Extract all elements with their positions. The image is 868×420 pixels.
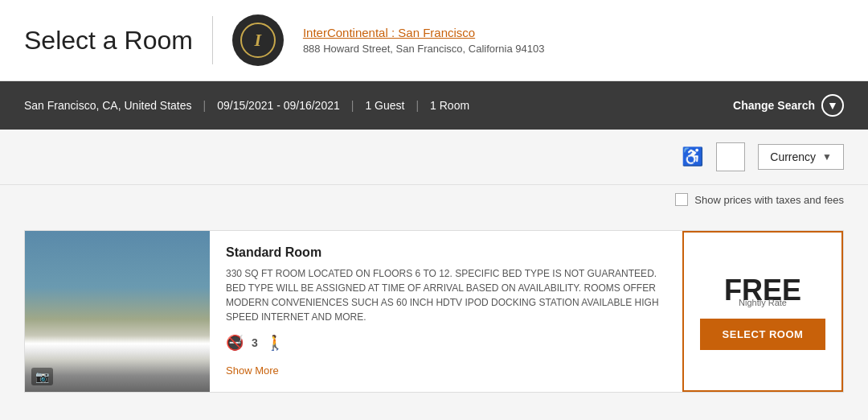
hotel-logo-letter: I <box>255 30 262 51</box>
hotel-address: 888 Howard Street, San Francisco, Califo… <box>303 43 545 55</box>
hotel-name-link[interactable]: InterContinental : San Francisco <box>303 26 545 39</box>
change-search-button[interactable]: Change Search ▼ <box>733 94 844 117</box>
change-search-chevron: ▼ <box>821 94 844 117</box>
room-image-wrap: 📷 <box>25 231 210 392</box>
search-bar: San Francisco, CA, United States | 09/15… <box>0 81 868 130</box>
hotel-info: InterContinental : San Francisco 888 How… <box>303 26 545 55</box>
taxes-label: Show prices with taxes and fees <box>694 194 844 206</box>
currency-button[interactable]: Currency ▼ <box>758 144 844 170</box>
change-search-label: Change Search <box>733 99 815 112</box>
camera-icon: 📷 <box>31 368 53 385</box>
price-block: FREE Nightly Rate <box>724 274 801 307</box>
room-card: 📷 Standard Room 330 SQ FT ROOM LOCATED O… <box>24 230 844 393</box>
room-amenities: 🚭 3 🚶 <box>226 334 666 352</box>
search-sep-3: | <box>416 99 419 112</box>
hotel-logo: I <box>232 14 284 66</box>
search-sep-1: | <box>203 99 207 112</box>
search-rooms: 1 Room <box>430 99 469 112</box>
select-room-button[interactable]: SELECT ROOM <box>700 319 825 350</box>
filters-row: ♿ Currency ▼ <box>0 130 868 185</box>
header-divider <box>212 16 213 64</box>
filter-box[interactable] <box>716 142 745 171</box>
accessibility-icon: ♿ <box>682 146 703 167</box>
room-description: 330 SQ FT ROOM LOCATED ON FLOORS 6 TO 12… <box>226 266 666 324</box>
search-sep-2: | <box>351 99 354 112</box>
search-dates: 09/15/2021 - 09/16/2021 <box>217 99 340 112</box>
guest-count: 3 <box>252 336 258 349</box>
search-guests: 1 Guest <box>365 99 404 112</box>
room-image <box>25 231 210 392</box>
room-price-panel: FREE Nightly Rate SELECT ROOM <box>682 231 843 392</box>
taxes-row: Show prices with taxes and fees <box>0 185 868 214</box>
page-title: Select a Room <box>24 26 193 56</box>
room-name: Standard Room <box>226 245 666 260</box>
currency-label: Currency <box>770 150 816 163</box>
taxes-checkbox[interactable] <box>675 193 688 206</box>
room-details: Standard Room 330 SQ FT ROOM LOCATED ON … <box>210 231 682 392</box>
search-info: San Francisco, CA, United States | 09/15… <box>24 99 469 112</box>
no-smoking-icon: 🚭 <box>226 334 244 352</box>
person-icon: 🚶 <box>266 334 284 352</box>
currency-chevron-icon: ▼ <box>822 151 832 163</box>
show-more-link[interactable]: Show More <box>226 364 279 377</box>
page-header: Select a Room I InterContinental : San F… <box>0 0 868 81</box>
room-section: 📷 Standard Room 330 SQ FT ROOM LOCATED O… <box>0 214 868 417</box>
search-location: San Francisco, CA, United States <box>24 99 192 112</box>
